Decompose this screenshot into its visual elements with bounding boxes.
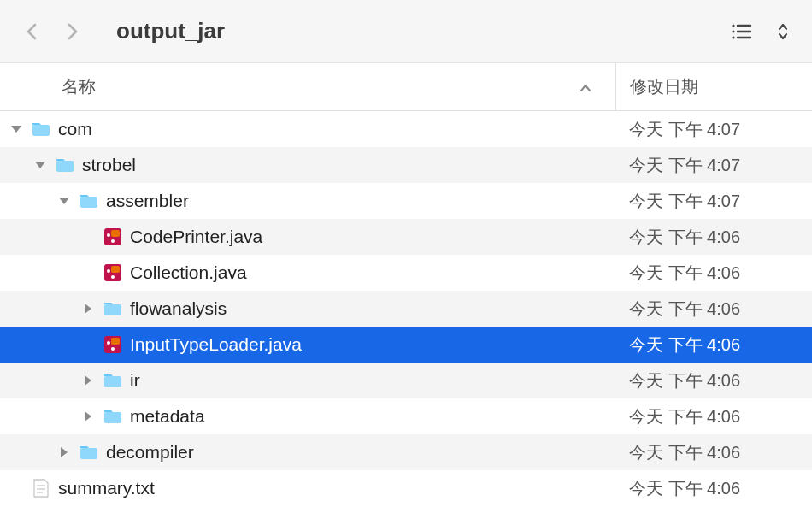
column-date-label: 修改日期 [630, 75, 698, 98]
list-view-icon [730, 21, 754, 42]
sort-indicator-icon [580, 77, 591, 97]
file-row[interactable]: CodePrinter.java今天 下午 4:06 [0, 219, 812, 255]
java-icon [103, 227, 123, 247]
file-name-label: summary.txt [58, 478, 155, 498]
name-cell: CodePrinter.java [0, 227, 615, 247]
name-cell: decompiler [0, 442, 615, 463]
column-header: 名称 修改日期 [0, 63, 812, 111]
file-tree: com今天 下午 4:07strobel今天 下午 4:07assembler今… [0, 111, 812, 506]
folder-icon [31, 119, 51, 139]
folder-icon [79, 442, 99, 463]
disclosure-triangle-icon[interactable] [80, 301, 96, 316]
folder-icon [55, 155, 75, 175]
modified-date: 今天 下午 4:06 [615, 226, 812, 249]
file-name-label: decompiler [106, 442, 194, 463]
file-name-label: strobel [82, 155, 136, 175]
disclosure-triangle-icon[interactable] [80, 409, 96, 424]
location-title: output_jar [116, 18, 715, 44]
chevron-right-icon [62, 21, 81, 42]
file-row[interactable]: summary.txt今天 下午 4:06 [0, 470, 812, 506]
file-name-label: metadata [130, 406, 205, 427]
file-name-label: Collection.java [130, 262, 247, 283]
file-row[interactable]: metadata今天 下午 4:06 [0, 398, 812, 434]
file-row[interactable]: flowanalysis今天 下午 4:06 [0, 291, 812, 327]
file-row[interactable]: decompiler今天 下午 4:06 [0, 434, 812, 470]
modified-date: 今天 下午 4:06 [615, 441, 812, 464]
file-row[interactable]: assembler今天 下午 4:07 [0, 183, 812, 219]
column-header-date[interactable]: 修改日期 [615, 63, 812, 110]
modified-date: 今天 下午 4:06 [615, 477, 812, 500]
group-by-button[interactable] [774, 21, 791, 42]
name-cell: com [0, 119, 615, 139]
file-row[interactable]: InputTypeLoader.java今天 下午 4:06 [0, 327, 812, 363]
forward-button[interactable] [60, 15, 84, 49]
folder-icon [103, 298, 123, 319]
column-header-name[interactable]: 名称 [0, 75, 615, 98]
file-row[interactable]: com今天 下午 4:07 [0, 111, 812, 147]
modified-date: 今天 下午 4:06 [615, 333, 812, 357]
file-name-label: flowanalysis [130, 298, 227, 319]
toolbar: output_jar [0, 0, 812, 63]
disclosure-triangle-icon[interactable] [9, 121, 24, 137]
modified-date: 今天 下午 4:06 [615, 369, 812, 392]
name-cell: flowanalysis [0, 298, 615, 319]
column-name-label: 名称 [62, 75, 96, 98]
file-name-label: InputTypeLoader.java [130, 334, 302, 355]
name-cell: summary.txt [0, 478, 615, 498]
modified-date: 今天 下午 4:06 [615, 262, 812, 285]
disclosure-triangle-icon[interactable] [80, 373, 96, 388]
name-cell: ir [0, 370, 615, 391]
file-name-label: CodePrinter.java [130, 227, 262, 247]
disclosure-triangle-icon[interactable] [32, 157, 48, 173]
disclosure-triangle-icon[interactable] [56, 193, 72, 209]
file-row[interactable]: Collection.java今天 下午 4:06 [0, 255, 812, 291]
txt-icon [31, 478, 51, 498]
disclosure-triangle-icon[interactable] [56, 445, 72, 460]
up-down-icon [774, 21, 791, 42]
folder-icon [103, 370, 123, 391]
modified-date: 今天 下午 4:06 [615, 405, 812, 428]
view-mode-button[interactable] [730, 21, 754, 42]
modified-date: 今天 下午 4:06 [615, 298, 812, 321]
back-button[interactable] [21, 15, 44, 49]
modified-date: 今天 下午 4:07 [615, 118, 812, 141]
java-icon [103, 334, 123, 355]
folder-icon [79, 191, 99, 211]
name-cell: InputTypeLoader.java [0, 334, 615, 355]
name-cell: assembler [0, 191, 615, 211]
modified-date: 今天 下午 4:07 [615, 154, 812, 177]
name-cell: Collection.java [0, 262, 615, 283]
name-cell: metadata [0, 406, 615, 427]
file-name-label: com [58, 119, 92, 139]
name-cell: strobel [0, 155, 615, 175]
java-icon [103, 262, 123, 283]
file-name-label: ir [130, 370, 140, 391]
folder-icon [103, 406, 123, 427]
file-name-label: assembler [106, 191, 189, 211]
chevron-left-icon [23, 21, 42, 42]
file-row[interactable]: ir今天 下午 4:06 [0, 363, 812, 398]
file-row[interactable]: strobel今天 下午 4:07 [0, 147, 812, 183]
modified-date: 今天 下午 4:07 [615, 190, 812, 213]
